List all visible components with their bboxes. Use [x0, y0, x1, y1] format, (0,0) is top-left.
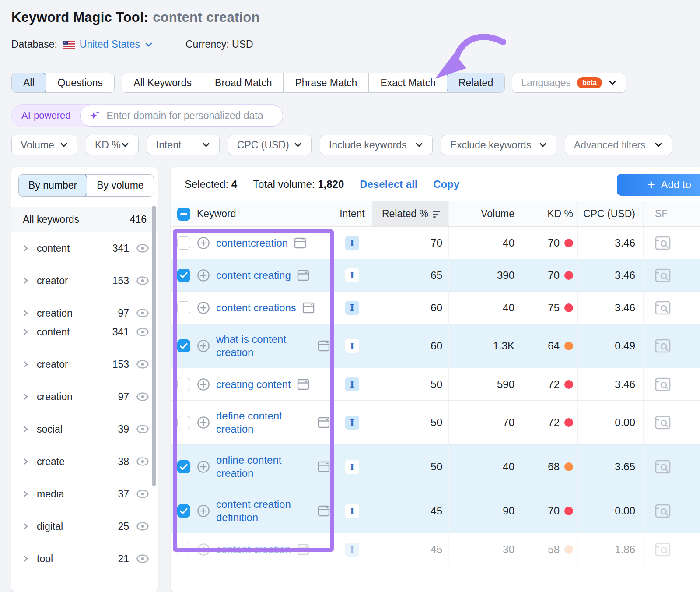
deselect-all-link[interactable]: Deselect all	[360, 178, 417, 190]
eye-icon[interactable]	[136, 359, 149, 369]
eye-icon[interactable]	[136, 457, 149, 466]
row-checkbox[interactable]	[177, 236, 190, 250]
row-checkbox[interactable]	[177, 543, 190, 556]
serp-preview-icon[interactable]	[297, 544, 309, 555]
keyword-group-item[interactable]: media 37	[11, 478, 158, 510]
serp-analysis-icon[interactable]	[655, 460, 671, 474]
keyword-group-item[interactable]: content 341	[11, 232, 158, 264]
sidebar-sort-toggle[interactable]: By number	[18, 174, 87, 197]
eye-icon[interactable]	[136, 243, 149, 253]
tab-label: Questions	[58, 77, 103, 89]
row-checkbox[interactable]	[177, 504, 190, 518]
keyword-group-item[interactable]: creator 153	[11, 348, 158, 381]
eye-icon[interactable]	[136, 522, 149, 531]
select-all-checkbox[interactable]	[177, 208, 190, 221]
column-intent: Intent	[340, 208, 365, 220]
add-keyword-icon[interactable]	[197, 543, 210, 556]
sidebar-scrollbar[interactable]	[152, 206, 156, 486]
cpc-value: 3.65	[615, 461, 635, 473]
row-checkbox[interactable]	[177, 269, 190, 282]
domain-input[interactable]	[107, 110, 273, 122]
filter-dropdown[interactable]: Advanced filters	[565, 135, 672, 155]
add-keyword-icon[interactable]	[197, 236, 210, 250]
keyword-group-item[interactable]: digital 25	[11, 510, 158, 543]
keyword-group-item[interactable]: creation 97	[11, 381, 158, 413]
chevron-right-icon	[21, 327, 30, 337]
eye-icon[interactable]	[136, 276, 149, 285]
keyword-link[interactable]: online content creation	[216, 454, 312, 480]
keyword-group-item[interactable]: tool 21	[11, 543, 158, 575]
match-tab[interactable]: All Keywords	[122, 73, 203, 92]
serp-preview-icon[interactable]	[318, 505, 330, 517]
volume-value: 40	[503, 237, 514, 249]
serp-analysis-icon[interactable]	[655, 301, 671, 315]
match-tab[interactable]: Phrase Match	[283, 73, 368, 92]
eye-icon[interactable]	[136, 327, 149, 337]
all-keywords-count: 416	[130, 214, 147, 226]
keyword-link[interactable]: what is content creation	[216, 333, 312, 359]
serp-analysis-icon[interactable]	[655, 416, 671, 430]
kd-value: 58	[548, 543, 560, 556]
eye-icon[interactable]	[136, 489, 149, 499]
add-keyword-icon[interactable]	[197, 301, 210, 314]
eye-icon[interactable]	[136, 392, 149, 402]
copy-link[interactable]: Copy	[433, 178, 459, 190]
filter-dropdown[interactable]: Exclude keywords	[441, 135, 556, 155]
row-checkbox[interactable]	[177, 416, 190, 429]
add-keyword-icon[interactable]	[197, 378, 210, 391]
keyword-group-item[interactable]: creator 153	[11, 264, 158, 297]
serp-preview-icon[interactable]	[297, 379, 309, 390]
serp-preview-icon[interactable]	[302, 302, 315, 314]
add-keyword-icon[interactable]	[197, 460, 210, 473]
keyword-link[interactable]: content creating	[216, 269, 291, 282]
row-checkbox[interactable]	[177, 460, 190, 473]
serp-preview-icon[interactable]	[318, 461, 330, 472]
serp-preview-icon[interactable]	[318, 417, 330, 428]
match-tab[interactable]: All	[11, 73, 46, 93]
add-keyword-icon[interactable]	[197, 416, 210, 429]
keyword-group-item[interactable]: content 341	[11, 316, 158, 348]
serp-analysis-icon[interactable]	[655, 377, 671, 391]
eye-icon[interactable]	[136, 424, 149, 434]
match-tab[interactable]: Exact Match	[368, 73, 447, 92]
row-checkbox[interactable]	[177, 339, 190, 352]
database-selector[interactable]: United States	[63, 39, 153, 50]
chevron-right-icon	[21, 275, 30, 286]
add-keyword-icon[interactable]	[197, 504, 210, 518]
filter-dropdown[interactable]: Intent	[147, 135, 220, 155]
add-to-button[interactable]: + Add to	[617, 174, 700, 196]
keyword-link[interactable]: content creation definition	[216, 498, 312, 524]
add-keyword-icon[interactable]	[197, 269, 210, 282]
eye-icon[interactable]	[136, 308, 149, 318]
serp-analysis-icon[interactable]	[655, 543, 671, 557]
match-tab[interactable]: Related	[447, 73, 505, 93]
eye-icon[interactable]	[136, 554, 149, 564]
match-tab[interactable]: Broad Match	[203, 73, 283, 92]
sidebar-sort-toggle[interactable]: By volume	[87, 175, 153, 196]
serp-analysis-icon[interactable]	[655, 268, 671, 282]
all-keywords-header[interactable]: All keywords 416	[11, 207, 158, 232]
column-related-sort[interactable]: Related %	[372, 201, 448, 226]
row-checkbox[interactable]	[177, 378, 190, 391]
keyword-link[interactable]: contentcreation	[216, 236, 288, 250]
keyword-link[interactable]: content creation	[216, 543, 291, 556]
filter-dropdown[interactable]: Volume	[11, 135, 77, 155]
keyword-link[interactable]: content creations	[216, 301, 296, 314]
filter-dropdown[interactable]: KD %	[86, 135, 139, 155]
filter-dropdown[interactable]: CPC (USD)	[228, 135, 312, 155]
keyword-link[interactable]: creating content	[216, 378, 291, 391]
filter-dropdown[interactable]: Include keywords	[320, 135, 433, 155]
languages-dropdown[interactable]: Languages beta	[512, 73, 626, 93]
keyword-group-item[interactable]: create 38	[11, 445, 158, 478]
keyword-group-item[interactable]: social 39	[11, 413, 158, 445]
serp-analysis-icon[interactable]	[655, 236, 671, 250]
row-checkbox[interactable]	[177, 301, 190, 314]
add-keyword-icon[interactable]	[197, 339, 210, 352]
keyword-link[interactable]: define content creation	[216, 409, 312, 436]
serp-analysis-icon[interactable]	[655, 504, 671, 518]
serp-preview-icon[interactable]	[297, 270, 309, 281]
serp-analysis-icon[interactable]	[655, 339, 671, 353]
match-tab[interactable]: Questions	[46, 73, 115, 92]
serp-preview-icon[interactable]	[294, 237, 306, 249]
serp-preview-icon[interactable]	[318, 340, 330, 352]
